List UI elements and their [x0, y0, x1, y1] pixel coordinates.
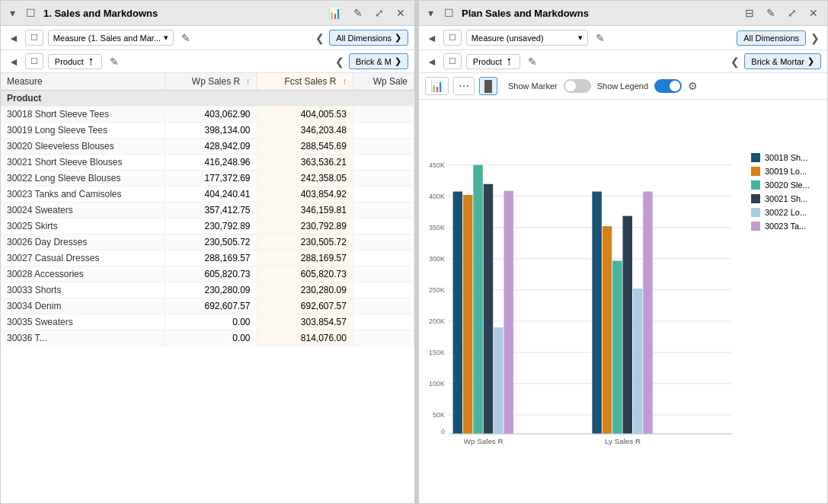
left-chart-icon[interactable]: 📊 — [325, 5, 344, 21]
left-panel-header-icons: 📊 ✎ ⤢ ✕ — [325, 5, 408, 21]
bar-wp-30022[interactable] — [494, 327, 503, 434]
right-measure-select[interactable]: Measure (unsaved) ▾ — [466, 30, 588, 46]
left-product-edit[interactable]: ✎ — [107, 54, 122, 69]
left-dim-prev[interactable]: ❮ — [314, 30, 326, 46]
left-chevron-left[interactable]: ◄ — [7, 30, 21, 46]
left-expand-icon[interactable]: ⤢ — [372, 5, 387, 21]
col-wp-sales-r[interactable]: Wp Sales R ↑ — [165, 73, 257, 91]
row-wp-sales-r: 404,240.41 — [165, 187, 257, 203]
table-row: 30028 Accessories 605,820.73 605,820.73 — [1, 266, 414, 282]
bar-ly-30019[interactable] — [603, 226, 612, 434]
row-fcst-sales-r: 692,607.57 — [257, 298, 353, 314]
bar-wp-30018[interactable] — [453, 192, 462, 434]
table-row: 30023 Tanks and Camisoles 404,240.41 403… — [1, 187, 414, 203]
right-chevron-left[interactable]: ◄ — [425, 30, 439, 46]
left-product-btn[interactable]: Product ⭡ — [48, 54, 102, 69]
bar-wp-30019[interactable] — [463, 195, 472, 434]
row-name: 30026 Day Dresses — [1, 234, 165, 250]
chart-area: 450K 400K 350K 300K 250K 200K 150K 100K … — [419, 100, 827, 503]
product-group-label: Product — [1, 91, 414, 107]
svg-text:Ly Sales R: Ly Sales R — [605, 437, 641, 445]
left-panel-header: ▾ ☐ 1. Sales and Markdowns 📊 ✎ ⤢ ✕ — [1, 1, 414, 26]
legend-item: 30021 Sh... — [751, 194, 815, 203]
left-brick-prev[interactable]: ❮ — [334, 54, 346, 69]
right-toolbar-row2: ◄ ☐ Product ⭡ ✎ ❮ Brick & Mortar ❯ — [419, 50, 827, 73]
show-legend-label: Show Legend — [597, 81, 648, 91]
row-name: 30035 Sweaters — [1, 314, 165, 330]
right-expand-icon[interactable]: ⤢ — [785, 5, 800, 21]
right-row-chevron[interactable]: ◄ — [425, 54, 439, 69]
left-collapse-btn[interactable]: ▾ — [7, 5, 18, 21]
right-product-btn[interactable]: Product ⭡ — [466, 54, 520, 69]
left-toggle-sidebar[interactable]: ☐ — [25, 30, 43, 46]
show-legend-toggle[interactable] — [654, 79, 682, 93]
svg-text:0: 0 — [441, 428, 445, 435]
legend-color — [751, 153, 760, 162]
right-panel: ▾ ☐ Plan Sales and Markdowns ⊟ ✎ ⤢ ✕ ◄ ☐… — [418, 0, 828, 504]
left-close-btn[interactable]: ✕ — [393, 5, 408, 21]
row-name: 30034 Denim — [1, 298, 165, 314]
left-window-btn[interactable]: ☐ — [23, 5, 39, 21]
right-dim-next[interactable]: ❯ — [809, 30, 821, 46]
show-marker-toggle[interactable] — [564, 79, 591, 93]
left-measure-select[interactable]: Measure (1. Sales and Mar... ▾ — [48, 30, 174, 46]
show-legend-thumb — [670, 81, 680, 91]
right-panel-header-icons: ⊟ ✎ ⤢ ✕ — [742, 5, 821, 21]
chart-gear-btn[interactable]: ⚙ — [688, 80, 698, 92]
row-fcst-sales-r: 303,854.57 — [257, 314, 353, 330]
right-edit-icon[interactable]: ✎ — [763, 5, 778, 21]
bar-ly-30018[interactable] — [592, 192, 601, 434]
left-row-chevron[interactable]: ◄ — [7, 54, 21, 69]
right-close-btn[interactable]: ✕ — [806, 5, 821, 21]
right-brick-btn[interactable]: Brick & Mortar ❯ — [744, 53, 821, 69]
bar-ly-30020[interactable] — [612, 261, 622, 434]
left-toolbar-row1: ◄ ☐ Measure (1. Sales and Mar... ▾ ✎ ❮ A… — [1, 26, 414, 50]
right-row-toggle[interactable]: ☐ — [443, 53, 462, 69]
bar-ly-30022[interactable] — [633, 289, 642, 434]
left-brick-btn[interactable]: Brick & M ❯ — [349, 53, 408, 69]
right-measure-edit[interactable]: ✎ — [593, 30, 608, 46]
col-measure: Measure — [1, 73, 165, 91]
left-all-dimensions-btn[interactable]: All Dimensions ❯ — [329, 30, 408, 46]
right-product-edit[interactable]: ✎ — [525, 54, 540, 69]
left-row-toggle[interactable]: ☐ — [25, 53, 43, 69]
chart-type-line[interactable]: ⋯ — [453, 77, 475, 95]
bar-wp-30020[interactable] — [473, 165, 482, 434]
left-panel-title: 1. Sales and Markdowns — [43, 8, 158, 19]
table-row: 30026 Day Dresses 230,505.72 230,505.72 — [1, 234, 414, 250]
left-toolbar-row2: ◄ ☐ Product ⭡ ✎ ❮ Brick & M ❯ — [1, 50, 414, 73]
col-fcst-sales-r[interactable]: Fcst Sales R ↑ — [257, 73, 353, 91]
row-fcst-sales-r: 288,545.69 — [257, 139, 353, 155]
row-wp-sales-r: 0.00 — [165, 314, 257, 330]
legend-item: 30018 Sh... — [751, 153, 815, 162]
row-wp-sale2 — [353, 282, 414, 298]
col-wp-sale2[interactable]: Wp Sale — [353, 73, 414, 91]
left-edit-icon[interactable]: ✎ — [350, 5, 366, 21]
right-panel-header: ▾ ☐ Plan Sales and Markdowns ⊟ ✎ ⤢ ✕ — [419, 1, 827, 26]
right-all-dimensions-btn[interactable]: All Dimensions — [737, 30, 806, 46]
row-wp-sale2 — [353, 234, 414, 250]
chart-type-bar[interactable]: █ — [479, 77, 497, 95]
fcst-sort-arrow: ↑ — [342, 76, 347, 87]
right-window-btn[interactable]: ☐ — [441, 5, 457, 21]
right-table-icon[interactable]: ⊟ — [742, 5, 757, 21]
row-wp-sale2 — [353, 107, 414, 123]
bar-ly-30021[interactable] — [623, 216, 632, 434]
row-wp-sale2 — [353, 187, 414, 203]
left-measure-edit[interactable]: ✎ — [178, 30, 193, 46]
right-collapse-btn[interactable]: ▾ — [425, 5, 436, 21]
left-all-dim-label: All Dimensions — [336, 33, 392, 43]
right-measure-arrow: ▾ — [578, 33, 583, 43]
bar-wp-30023[interactable] — [504, 191, 513, 434]
bar-ly-30023[interactable] — [643, 192, 652, 434]
product-group-row: Product — [1, 91, 414, 107]
right-brick-prev[interactable]: ❮ — [729, 54, 741, 69]
chart-type-bar-outline[interactable]: 📊 — [425, 77, 449, 95]
row-wp-sale2 — [353, 203, 414, 219]
table-row: 30025 Skirts 230,792.89 230,792.89 — [1, 219, 414, 234]
bar-wp-30021[interactable] — [484, 184, 493, 434]
left-table-container[interactable]: Measure Wp Sales R ↑ Fcst Sales R ↑ Wp S… — [1, 73, 414, 503]
row-name: 30021 Short Sleeve Blouses — [1, 155, 165, 171]
right-toggle-sidebar[interactable]: ☐ — [443, 30, 462, 46]
table-row: 30019 Long Sleeve Tees 398,134.00 346,20… — [1, 123, 414, 139]
